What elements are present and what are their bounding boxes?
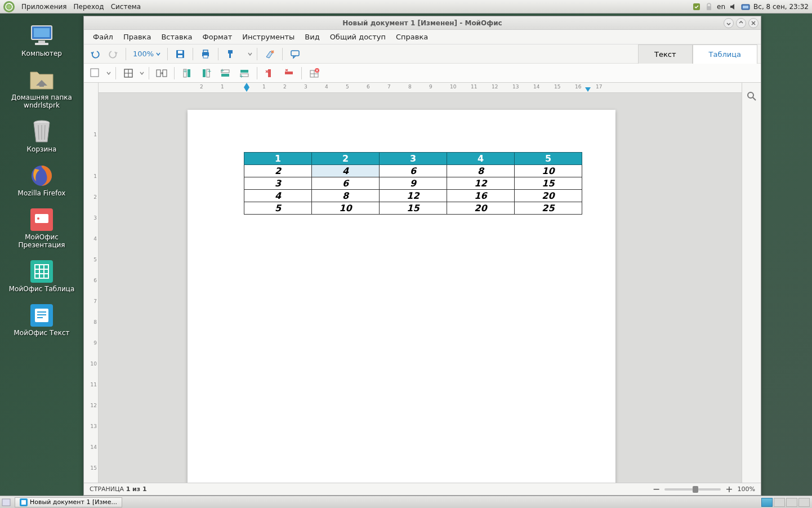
cell-fill-button[interactable] [87, 65, 103, 81]
workspace-4[interactable] [798, 498, 810, 507]
minimize-button[interactable] [724, 18, 734, 28]
keyboard-lang[interactable]: en [717, 3, 725, 11]
maximize-button[interactable] [736, 18, 746, 28]
clear-format-button[interactable] [262, 46, 278, 62]
right-indent-marker-icon[interactable] [585, 87, 591, 92]
table-cell[interactable]: 4 [244, 190, 312, 202]
desktop-icon-label: Корзина [27, 145, 57, 153]
table-cell[interactable]: 2 [244, 165, 312, 177]
indent-marker-icon[interactable] [244, 83, 249, 87]
table-header-cell[interactable]: 5 [515, 153, 582, 165]
show-desktop-button[interactable] [0, 498, 12, 506]
insert-row-below-button[interactable]: + [237, 65, 252, 81]
menu-tools[interactable]: Инструменты [238, 32, 299, 42]
delete-table-button[interactable] [306, 65, 322, 81]
horizontal-ruler[interactable]: 211234567891011121314151617 [99, 83, 742, 93]
copy-format-button[interactable] [223, 46, 239, 62]
menu-view[interactable]: Вид [300, 32, 324, 42]
table-cell[interactable]: 8 [447, 165, 515, 177]
desktop-icon-computer[interactable]: Компьютер [5, 24, 78, 57]
table-cell[interactable]: 15 [515, 177, 582, 190]
insert-col-left-button[interactable]: + [179, 65, 195, 81]
workspace-1[interactable] [761, 498, 773, 507]
menu-insert[interactable]: Вставка [157, 32, 197, 42]
document-table[interactable]: 12345246810369121548121620510152025 [244, 152, 582, 215]
table-cell[interactable]: 20 [515, 190, 582, 202]
vertical-ruler[interactable]: 1123456789101112131415 [84, 83, 99, 483]
menu-file[interactable]: Файл [88, 32, 118, 42]
table-header-cell[interactable]: 3 [380, 153, 447, 165]
comment-button[interactable] [287, 46, 303, 62]
menu-help[interactable]: Справка [391, 32, 432, 42]
workspace-2[interactable] [774, 498, 785, 507]
clock[interactable]: Вс, 8 сен, 23:32 [753, 3, 809, 11]
close-button[interactable] [748, 18, 759, 28]
zoom-out-button[interactable]: − [653, 484, 660, 494]
insert-col-right-button[interactable]: + [198, 65, 214, 81]
panel-menu-places[interactable]: Переход [70, 3, 108, 11]
menu-format[interactable]: Формат [198, 32, 237, 42]
chevron-down-icon[interactable] [140, 72, 144, 75]
desktop-icon-label: МойОфис Презентация [5, 233, 78, 249]
chevron-down-icon[interactable] [106, 72, 111, 75]
table-header-cell[interactable]: 1 [244, 153, 312, 165]
update-icon[interactable] [692, 2, 701, 11]
workspace-3[interactable] [786, 498, 797, 507]
table-cell[interactable]: 6 [312, 177, 380, 190]
panel-menu-apps[interactable]: Приложения [18, 3, 70, 11]
menu-edit[interactable]: Правка [119, 32, 155, 42]
desktop-icon-home[interactable]: Домашняя папка wndrlstprk [5, 68, 78, 109]
taskbar-app-button[interactable]: Новый документ 1 [Изме... [15, 497, 122, 507]
table-cell[interactable]: 15 [380, 202, 447, 215]
redo-button[interactable] [105, 46, 121, 62]
desktop-icon-myoffice-presentation[interactable]: МойОфис Презентация [5, 207, 78, 249]
table-cell[interactable]: 16 [447, 190, 515, 202]
table-cell[interactable]: 10 [515, 165, 582, 177]
table-cell[interactable]: 20 [447, 202, 515, 215]
print-button[interactable] [198, 46, 213, 62]
svg-rect-4 [743, 6, 748, 8]
volume-icon[interactable] [729, 2, 738, 11]
delete-col-button[interactable] [262, 65, 278, 81]
network-icon[interactable] [741, 2, 750, 11]
home-folder-icon [28, 68, 55, 92]
borders-button[interactable] [121, 65, 136, 81]
table-cell[interactable]: 9 [380, 177, 447, 190]
tab-text[interactable]: Текст [638, 44, 693, 64]
desktop-icon-myoffice-text[interactable]: МойОфис Текст [5, 303, 78, 337]
table-cell[interactable]: 12 [380, 190, 447, 202]
table-cell[interactable]: 4 [312, 165, 380, 177]
desktop-icon-firefox[interactable]: Mozilla Firefox [5, 163, 78, 197]
svg-point-70 [748, 92, 753, 98]
zoom-in-button[interactable]: + [725, 484, 733, 494]
document-canvas[interactable]: 12345246810369121548121620510152025 [99, 93, 742, 483]
delete-row-button[interactable] [281, 65, 297, 81]
svg-rect-2 [707, 6, 711, 10]
lock-icon[interactable] [704, 2, 713, 11]
save-button[interactable] [172, 46, 188, 62]
right-sidebar [742, 83, 761, 483]
table-cell[interactable]: 8 [312, 190, 380, 202]
table-header-cell[interactable]: 2 [312, 153, 380, 165]
desktop-icon-trash[interactable]: Корзина [5, 119, 78, 153]
table-cell[interactable]: 25 [515, 202, 582, 215]
table-cell[interactable]: 10 [312, 202, 380, 215]
insert-row-above-button[interactable]: + [217, 65, 233, 81]
tab-table[interactable]: Таблица [693, 44, 758, 64]
undo-button[interactable] [87, 46, 103, 62]
table-cell[interactable]: 6 [380, 165, 447, 177]
distro-logo-icon[interactable] [3, 1, 15, 12]
search-button[interactable] [744, 88, 760, 104]
table-cell[interactable]: 3 [244, 177, 312, 190]
table-cell[interactable]: 12 [447, 177, 515, 190]
table-cell[interactable]: 5 [244, 202, 312, 215]
zoom-slider[interactable] [664, 488, 721, 491]
chevron-down-icon[interactable] [248, 52, 252, 56]
panel-menu-system[interactable]: Система [108, 3, 145, 11]
merge-cells-button[interactable] [154, 65, 169, 81]
menu-share[interactable]: Общий доступ [325, 32, 390, 42]
zoom-combo[interactable]: 100% [131, 50, 163, 58]
indent-marker-icon[interactable] [244, 87, 249, 92]
table-header-cell[interactable]: 4 [447, 153, 515, 165]
desktop-icon-myoffice-spreadsheet[interactable]: МойОфис Таблица [5, 259, 78, 293]
